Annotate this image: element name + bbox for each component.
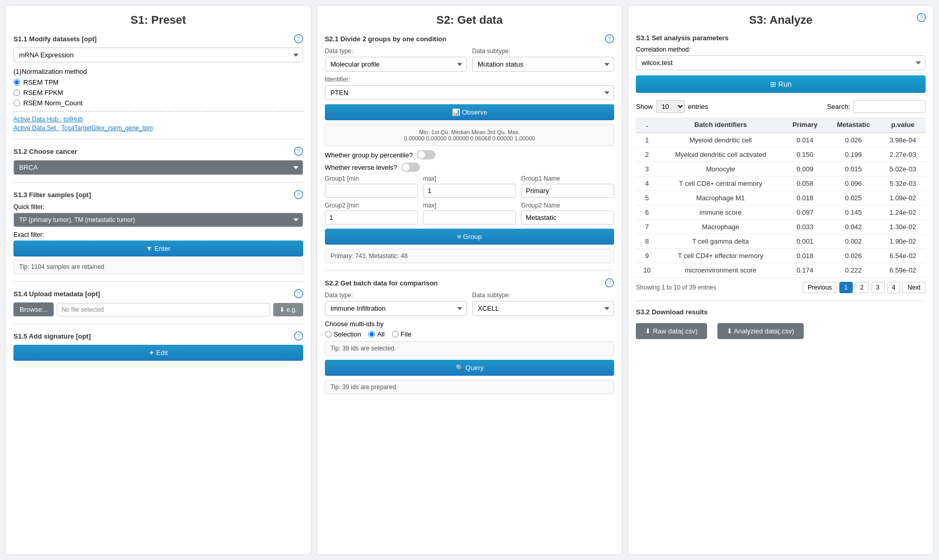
query-button[interactable]: 🔍 Query: [325, 360, 615, 376]
s1-3-title: S1.3 Filter samples [opt]: [13, 191, 91, 199]
multi-ids-label: Choose multi-ids by: [325, 320, 615, 328]
group1-max-label: max]: [423, 175, 516, 182]
show-entries-select[interactable]: 10 25 50 100: [656, 100, 685, 113]
s2-2-data-type-label: Data type:: [325, 292, 467, 299]
cell-num: 7: [636, 220, 658, 234]
table-row: 4 T cell CD8+ central memory 0.058 0.096…: [636, 177, 926, 191]
cell-batch: T cell CD4+ effector memory: [658, 249, 783, 263]
cell-num: 9: [636, 249, 658, 263]
s1-1-help-icon[interactable]: ?: [294, 34, 303, 43]
s1-3-help-icon[interactable]: ?: [294, 190, 303, 199]
reverse-levels-row: Whether reverse levels?: [325, 163, 615, 172]
table-row: 1 Myeloid dendritic cell 0.014 0.026 3.9…: [636, 133, 926, 148]
norm-rsem-fpkm[interactable]: RSEM FPKM: [13, 89, 303, 97]
cancer-select[interactable]: BRCA LUAD COAD: [13, 160, 303, 175]
s2-data-subtype-select[interactable]: Mutation status Copy number Expression: [472, 57, 614, 72]
s3-2-title: S3.2 Download results: [636, 308, 926, 316]
group2-name-input[interactable]: [521, 211, 614, 225]
group1-name-label: Group1 Name: [521, 175, 614, 182]
page-1-btn[interactable]: 1: [839, 282, 853, 293]
cell-num: 3: [636, 162, 658, 177]
table-row: 10 microenvironment score 0.174 0.222 6.…: [636, 263, 926, 278]
browse-button[interactable]: Browse...: [13, 302, 54, 316]
multi-ids-selection[interactable]: Selection: [325, 330, 361, 338]
correlation-select[interactable]: wilcox.test t.test kruskal.test: [636, 55, 926, 70]
group2-min-input[interactable]: [325, 211, 418, 225]
group1-max-input[interactable]: [423, 184, 516, 198]
table-row: 3 Monocyte 0.009 0.015 5.02e-03: [636, 162, 926, 177]
table-row: 6 immune score 0.097 0.145 1.24e-02: [636, 205, 926, 220]
multi-ids-options: Selection All File: [325, 330, 615, 338]
s3-help-icon[interactable]: ?: [917, 13, 926, 22]
cell-primary: 0.058: [783, 177, 826, 191]
s2-1-help-icon[interactable]: ?: [605, 34, 614, 43]
norm-rsem-tpm[interactable]: RSEM TPM: [13, 78, 303, 86]
col-num: .: [636, 117, 658, 133]
table-row: 5 Macrophage M1 0.018 0.025 1.09e-02: [636, 191, 926, 205]
group-by-percentile-toggle[interactable]: [417, 150, 435, 159]
s1-2-title: S1.2 Choose cancer: [13, 148, 77, 155]
group2-min-label: Group2 [min: [325, 202, 418, 209]
run-button[interactable]: ⊞ Run: [636, 75, 926, 93]
cell-pvalue: 1.09e-02: [880, 191, 926, 205]
col-pvalue: p.value: [880, 117, 926, 133]
raw-data-btn[interactable]: ⬇ Raw data(.csv): [636, 323, 707, 339]
s3-title: S3: Analyze: [636, 13, 926, 27]
s2-2-data-subtype-select[interactable]: XCELL TIMER CIBERSORT: [472, 301, 614, 316]
quick-filter-label: Quick filter:: [13, 203, 303, 211]
multi-ids-file[interactable]: File: [392, 330, 412, 338]
page-3-btn[interactable]: 3: [871, 282, 885, 293]
search-input[interactable]: [853, 100, 926, 113]
eg-button[interactable]: ⬇ e.g.: [273, 303, 303, 316]
entries-label: entries: [688, 103, 708, 110]
group-by-percentile-row: Whether group by percentile?: [325, 150, 615, 159]
identifier-select[interactable]: PTEN TP53 BRCA1: [325, 85, 615, 100]
cell-num: 5: [636, 191, 658, 205]
page-4-btn[interactable]: 4: [887, 282, 901, 293]
s1-4-help-icon[interactable]: ?: [294, 289, 303, 298]
cell-primary: 0.174: [783, 263, 826, 278]
results-table: . Batch identifiers Primary Metastatic p…: [636, 117, 926, 278]
cell-batch: Myeloid dendritic cell: [658, 133, 783, 148]
s2-2-data-type-select[interactable]: Immune Infiltration mRNA Expression Othe…: [325, 301, 467, 316]
s2-data-type-select[interactable]: Molecular profile Clinical data Other: [325, 57, 467, 72]
next-btn[interactable]: Next: [902, 282, 926, 293]
cell-num: 2: [636, 148, 658, 162]
cell-pvalue: 1.30e-02: [880, 220, 926, 234]
reverse-levels-toggle[interactable]: [401, 163, 420, 172]
cell-metastatic: 0.096: [827, 177, 880, 191]
cell-batch: Myeloid dendritic cell activated: [658, 148, 783, 162]
group-button[interactable]: ≡ Group: [325, 229, 615, 245]
dataset-select[interactable]: mRNA Expression miRNA Expression Protein…: [13, 47, 303, 62]
s2-2-help-icon[interactable]: ?: [605, 278, 614, 287]
norm-rsem-normcount[interactable]: RSEM Norm_Count: [13, 99, 303, 107]
observe-button[interactable]: 📊 Observe: [325, 104, 615, 120]
group1-name-input[interactable]: [521, 184, 614, 198]
enter-button[interactable]: ▼ Enter: [13, 241, 303, 257]
cell-primary: 0.150: [783, 148, 826, 162]
normalization-label: (1)Normalization method: [13, 68, 303, 75]
identifier-label: Identifier:: [325, 76, 615, 83]
multi-ids-all[interactable]: All: [368, 330, 384, 338]
prev-btn[interactable]: Previous: [803, 282, 837, 293]
cell-pvalue: 1.24e-02: [880, 205, 926, 220]
s1-2-help-icon[interactable]: ?: [294, 147, 303, 156]
tip-prepared: Tip: 39 ids are prepared.: [325, 380, 615, 394]
group1-min-input[interactable]: [325, 184, 418, 198]
quick-filter-select[interactable]: TP (primary tumor), TM (metastatic tumor…: [13, 213, 303, 227]
cell-primary: 0.018: [783, 249, 826, 263]
analyzed-data-btn[interactable]: ⬇ Analyzied data(.csv): [717, 323, 804, 339]
s1-5-title: S1.5 Add signature [opt]: [13, 332, 91, 340]
cell-primary: 0.009: [783, 162, 826, 177]
cell-primary: 0.097: [783, 205, 826, 220]
cell-batch: T cell gamma delta: [658, 234, 783, 249]
s1-4-title: S1.4 Upload metadata [opt]: [13, 290, 100, 298]
s1-1-title: S1.1 Modify datasets [opt]: [13, 35, 97, 43]
group2-max-input[interactable]: [423, 211, 516, 225]
active-data-hub: Active Data Hub : toilHub: [13, 116, 303, 123]
page-2-btn[interactable]: 2: [855, 282, 869, 293]
active-data-set: Active Data Set : TcgaTargetGtex_rsem_ge…: [13, 124, 303, 132]
s2-1-title: S2.1 Divide 2 groups by one condition: [325, 35, 446, 43]
edit-button[interactable]: ✦ Edit: [13, 345, 303, 361]
s1-5-help-icon[interactable]: ?: [294, 331, 303, 341]
